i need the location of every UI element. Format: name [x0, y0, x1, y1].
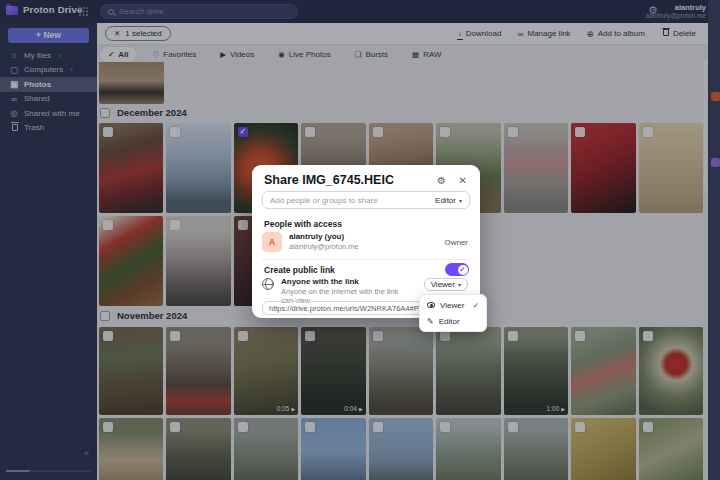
pencil-icon: ✎ [427, 317, 434, 326]
permission-menu: Viewer ✓ ✎ Editor [419, 294, 487, 332]
menu-item-viewer[interactable]: Viewer ✓ [420, 297, 486, 313]
toggle-knob-check: ✓ [458, 265, 468, 275]
chevron-down-icon: ▾ [458, 281, 461, 288]
owner-email: alantruly@proton.me [289, 242, 437, 252]
menu-item-editor[interactable]: ✎ Editor [420, 313, 486, 329]
chevron-down-icon: ▾ [459, 197, 462, 204]
divider [262, 259, 470, 260]
owner-avatar: A [262, 232, 282, 252]
eye-icon [427, 302, 435, 308]
public-link-toggle[interactable]: ✓ [445, 263, 469, 276]
owner-name: alantruly (you) [289, 232, 437, 242]
owner-role: Owner [444, 238, 468, 247]
anyone-title: Anyone with the link [281, 277, 412, 286]
close-icon[interactable]: ✕ [459, 175, 467, 186]
modal-title: Share IMG_6745.HEIC [264, 173, 394, 187]
create-public-link-label: Create public link [264, 265, 335, 275]
people-with-access-header: People with access [264, 219, 342, 229]
invite-role-dropdown[interactable]: Editor ▾ [435, 196, 462, 205]
share-settings-gear-icon[interactable]: ⚙ [437, 175, 446, 186]
owner-row: A alantruly (you) alantruly@proton.me Ow… [262, 231, 468, 253]
proton-drive-window: Proton Drive ⚙ alantruly alantruly@proto… [0, 0, 720, 480]
globe-icon [262, 278, 274, 290]
permission-dropdown-button[interactable]: Viewer ▾ [424, 278, 468, 291]
invite-input-wrap: Editor ▾ [262, 191, 470, 209]
invite-input[interactable] [270, 196, 431, 205]
check-icon: ✓ [473, 301, 479, 310]
